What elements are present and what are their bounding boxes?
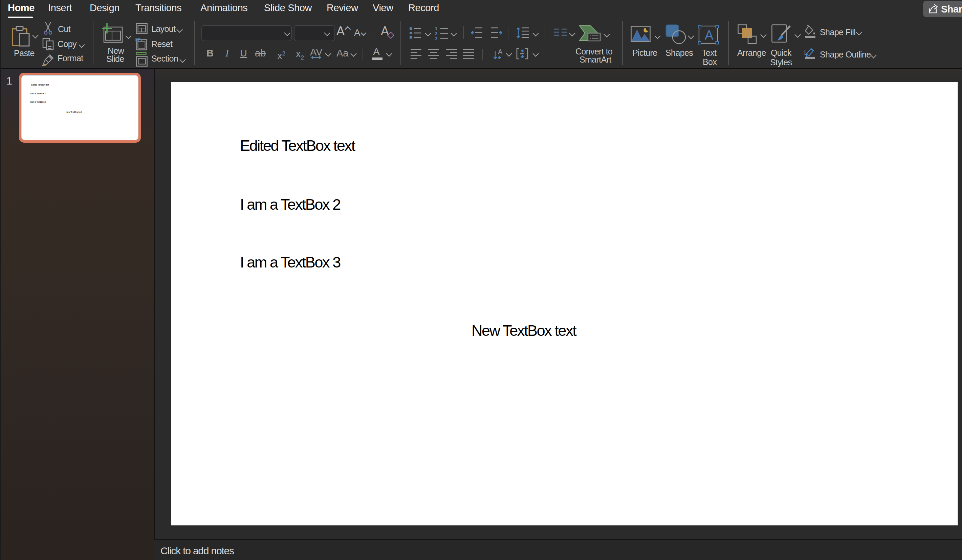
svg-text:2: 2 <box>435 31 437 36</box>
svg-text:A: A <box>498 48 503 55</box>
svg-text:A: A <box>705 28 713 42</box>
svg-text:1: 1 <box>435 26 437 31</box>
svg-text:3: 3 <box>435 36 437 40</box>
